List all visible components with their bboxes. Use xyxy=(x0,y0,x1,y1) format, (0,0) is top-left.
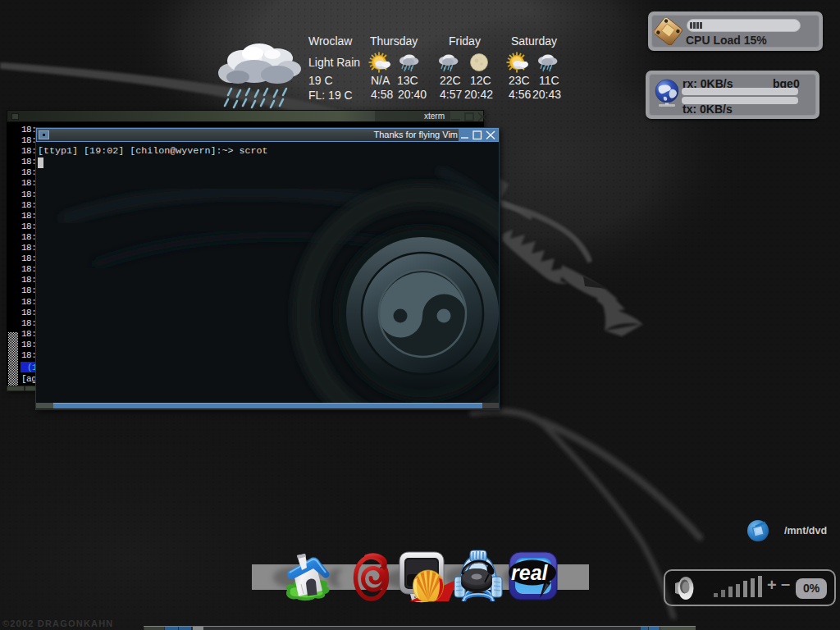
svg-text:©2002 DRAGONKAHN: ©2002 DRAGONKAHN xyxy=(2,619,114,628)
svg-text:real: real xyxy=(511,561,549,584)
